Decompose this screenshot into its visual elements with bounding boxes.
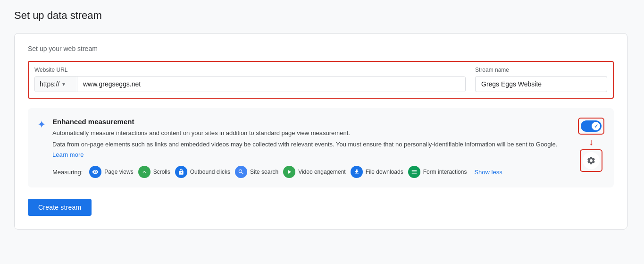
section-label: Set up your web stream [28, 45, 614, 52]
toggle-track: ✓ [581, 120, 602, 132]
enhanced-content: Enhanced measurement Automatically measu… [52, 118, 571, 178]
protocol-selector[interactable]: https:// ▼ [35, 77, 77, 92]
toggle-check-icon: ✓ [594, 123, 598, 129]
show-less-link[interactable]: Show less [474, 169, 502, 176]
chip-form-interactions-label: Form interactions [423, 169, 467, 175]
protocol-value: https:// [40, 80, 59, 88]
main-card: Set up your web stream Website URL https… [14, 33, 627, 230]
chip-scrolls: Scrolls [138, 166, 170, 178]
page-title: Set up data stream [14, 9, 630, 22]
form-interactions-icon [408, 166, 420, 178]
chip-outbound-clicks-label: Outbound clicks [190, 169, 230, 175]
chip-site-search-label: Site search [250, 169, 278, 175]
chip-form-interactions: Form interactions [408, 166, 467, 178]
scrolls-icon [138, 166, 151, 178]
url-field-group: Website URL https:// ▼ [34, 67, 466, 92]
url-label: Website URL [34, 67, 466, 73]
outbound-clicks-icon [175, 166, 187, 178]
enhanced-desc-1: Automatically measure interactions and c… [52, 128, 571, 138]
chip-video-engagement-label: Video engagement [298, 169, 346, 175]
measuring-label: Measuring: [52, 169, 83, 176]
chevron-down-icon: ▼ [61, 82, 66, 87]
chip-scrolls-label: Scrolls [153, 169, 170, 175]
chip-site-search: Site search [235, 166, 278, 178]
site-search-icon [235, 166, 247, 178]
settings-gear-button[interactable] [583, 152, 600, 169]
arrow-down-icon: ↓ [589, 136, 594, 147]
chip-page-views-label: Page views [104, 169, 133, 175]
page-views-icon [89, 166, 101, 178]
file-downloads-icon [351, 166, 363, 178]
chip-file-downloads-label: File downloads [366, 169, 403, 175]
chip-video-engagement: Video engagement [283, 166, 346, 178]
learn-more-link[interactable]: Learn more [52, 151, 84, 158]
enhanced-desc-2: Data from on-page elements such as links… [52, 140, 571, 149]
chip-page-views: Page views [89, 166, 133, 178]
chip-file-downloads: File downloads [351, 166, 403, 178]
toggle-wrapper: ✓ [578, 118, 604, 135]
enhanced-toggle[interactable]: ✓ [581, 120, 602, 132]
form-row: Website URL https:// ▼ Stream name [28, 61, 614, 99]
stream-name-input[interactable] [475, 76, 607, 92]
enhanced-measurement-icon: ✦ [37, 119, 46, 131]
enhanced-measurement-section: ✦ Enhanced measurement Automatically mea… [28, 108, 614, 187]
url-input[interactable] [77, 77, 465, 92]
video-engagement-icon [283, 166, 295, 178]
create-stream-button[interactable]: Create stream [28, 199, 92, 216]
stream-name-label: Stream name [475, 67, 607, 73]
enhanced-title: Enhanced measurement [52, 118, 571, 126]
toggle-gear-area: ✓ ↓ [578, 118, 604, 172]
url-input-row: https:// ▼ [34, 76, 466, 92]
gear-wrapper [580, 149, 602, 172]
toggle-thumb: ✓ [592, 122, 600, 130]
measuring-row: Measuring: Page views Scrolls [52, 166, 571, 178]
chip-outbound-clicks: Outbound clicks [175, 166, 230, 178]
stream-name-field-group: Stream name [475, 67, 607, 92]
